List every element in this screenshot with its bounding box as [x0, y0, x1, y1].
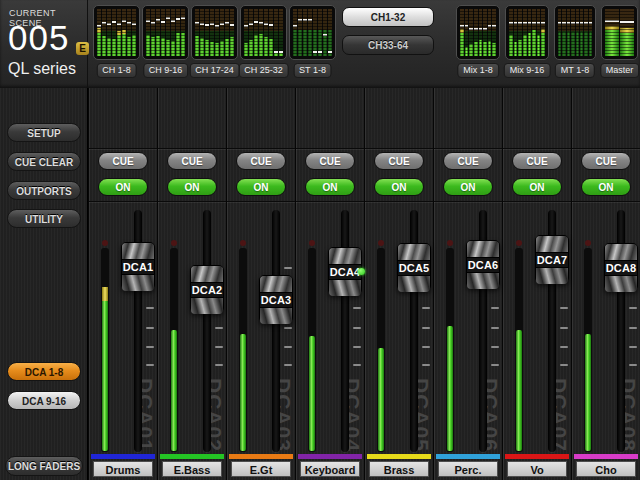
clip-indicator [171, 240, 177, 246]
cue-button[interactable]: CUE [305, 152, 355, 170]
meter-block-ch1-8[interactable] [93, 5, 140, 60]
strip-divider [503, 148, 571, 149]
bank-button-ch1-32[interactable]: CH1-32 [342, 7, 434, 27]
strip-meter-fill [516, 330, 522, 451]
setup-button[interactable]: SETUP [7, 123, 81, 142]
long-faders-button[interactable]: LONG FADERS [5, 456, 83, 476]
fader-knob-dca8[interactable]: DCA8 [604, 243, 638, 291]
fader-knob-metal [329, 248, 361, 264]
meter-peak-hold [298, 19, 302, 21]
meter-block-master[interactable] [601, 5, 638, 60]
fader-knob-dca1[interactable]: DCA1 [121, 242, 155, 290]
meter-bar-fill [102, 36, 106, 56]
scene-panel[interactable]: CURRENT SCENE 005 E QL series [0, 0, 88, 88]
channel-name-label[interactable]: Brass [369, 461, 429, 477]
meter-bar [269, 9, 273, 56]
utility-button[interactable]: UTILITY [7, 209, 81, 228]
meter-bar-fill [215, 43, 219, 56]
fader-knob-dca6[interactable]: DCA6 [466, 240, 500, 288]
fader-track[interactable] [272, 210, 280, 452]
cue-button[interactable]: CUE [443, 152, 493, 170]
fader-scale-tick [629, 364, 637, 366]
fader-knob-dca5[interactable]: DCA5 [397, 243, 431, 291]
on-button[interactable]: ON [443, 178, 493, 196]
on-button[interactable]: ON [167, 178, 217, 196]
outports-button[interactable]: OUTPORTS [7, 181, 81, 200]
dca-bank-1-8-button[interactable]: DCA 1-8 [7, 362, 81, 381]
meter-block-label: Mix 9-16 [504, 63, 551, 78]
channel-strip-dca2: CUEONDCA02DCA2E.Bass [157, 88, 226, 480]
strip-meter-fill [240, 334, 246, 451]
meter-peak-hold [254, 21, 258, 23]
on-button[interactable]: ON [374, 178, 424, 196]
bank-button-ch33-64[interactable]: CH33-64 [342, 35, 434, 55]
fader-zone: DCA03DCA3 [227, 202, 296, 454]
strip-level-meter [239, 248, 247, 452]
clip-indicator [447, 240, 453, 246]
meter-bar [254, 9, 258, 56]
cue-clear-button[interactable]: CUE CLEAR [7, 152, 81, 171]
clip-indicator [102, 240, 108, 246]
meter-bar-fill [171, 41, 175, 57]
top-bar: CURRENT SCENE 005 E QL series CH 1-8CH 9… [0, 0, 640, 89]
meter-bar-fill [122, 34, 126, 56]
channel-strip-dca5: CUEONDCA05DCA5Brass [364, 88, 433, 480]
channel-name-label[interactable]: Vo [507, 461, 567, 477]
meter-bar-fill [523, 35, 527, 56]
cue-button[interactable]: CUE [167, 152, 217, 170]
fader-knob-dca2[interactable]: DCA2 [190, 265, 224, 313]
meter-bar [580, 9, 583, 56]
meter-bar-fill [112, 39, 116, 56]
fader-scale-tick [560, 307, 568, 309]
cue-button[interactable]: CUE [236, 152, 286, 170]
fader-scale-tick [146, 307, 154, 309]
meter-bar-fill [528, 33, 532, 57]
meter-block-ch17-24[interactable] [191, 5, 238, 60]
meter-bar [303, 9, 307, 56]
meter-peak-hold [474, 28, 478, 30]
on-button[interactable]: ON [236, 178, 286, 196]
on-button[interactable]: ON [512, 178, 562, 196]
fader-zone: DCA02DCA2 [158, 202, 227, 454]
meter-peak-hold [171, 20, 175, 22]
meter-bar-fill [230, 37, 234, 56]
meter-bar-fill [488, 41, 492, 57]
meter-peak-hold [620, 21, 634, 23]
cue-button[interactable]: CUE [512, 152, 562, 170]
fader-scale-tick [284, 327, 292, 329]
meter-bar-fill [580, 32, 583, 56]
meter-peak-hold [205, 24, 209, 26]
channel-name-label[interactable]: E.Gt [231, 461, 291, 477]
meter-block-st1-8[interactable] [289, 5, 336, 60]
fader-knob-dca7[interactable]: DCA7 [535, 235, 569, 283]
fader-knob-dca3[interactable]: DCA3 [259, 275, 293, 323]
dca-bank-9-16-button[interactable]: DCA 9-16 [7, 391, 81, 410]
channel-name-label[interactable]: Keyboard [300, 461, 360, 477]
fader-track[interactable] [203, 210, 211, 452]
meter-block-mix1-8[interactable] [456, 5, 500, 60]
cue-button[interactable]: CUE [581, 152, 631, 170]
on-button[interactable]: ON [305, 178, 355, 196]
meter-peak-hold [279, 51, 283, 53]
meter-bar-fill [584, 32, 587, 56]
meter-block-mt1-8[interactable] [554, 5, 596, 60]
meter-block-ch25-32[interactable] [240, 5, 287, 60]
meter-block-mix9-16[interactable] [505, 5, 549, 60]
meter-block-ch9-16[interactable] [142, 5, 189, 60]
meter-bar [274, 9, 278, 56]
on-button[interactable]: ON [98, 178, 148, 196]
on-button[interactable]: ON [581, 178, 631, 196]
cue-button[interactable]: CUE [98, 152, 148, 170]
channel-name-label[interactable]: Perc. [438, 461, 498, 477]
meter-bar [279, 9, 283, 56]
meter-bar-yellow-tip [117, 31, 121, 35]
channel-name-label[interactable]: Drums [93, 461, 153, 477]
strip-divider [89, 148, 157, 149]
channel-name-label[interactable]: Cho [576, 461, 636, 477]
cue-button[interactable]: CUE [374, 152, 424, 170]
meter-bar [571, 9, 574, 56]
meter-bar [117, 9, 121, 56]
channel-name-label[interactable]: E.Bass [162, 461, 222, 477]
fader-knob-dca4[interactable]: DCA4 [328, 247, 362, 295]
clip-indicator [585, 240, 591, 246]
